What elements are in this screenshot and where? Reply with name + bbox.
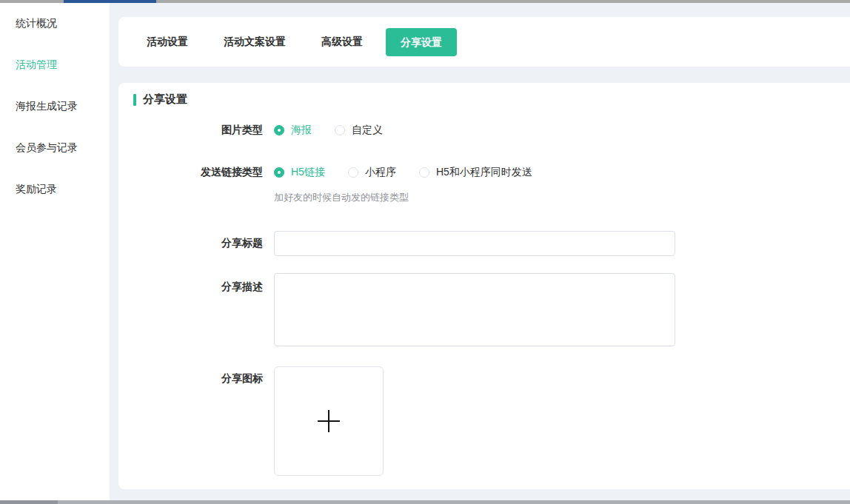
sidebar-item-label: 活动管理 [16,58,57,72]
tab-advanced-settings[interactable]: 高级设置 [321,36,363,49]
settings-tabbar: 活动设置 活动文案设置 高级设置 分享设置 [118,17,850,67]
radio-option-label: H5链接 [291,166,325,179]
radio-unselected-icon [348,167,358,178]
bottom-scrollbar-thumb[interactable] [0,500,58,504]
link-type-label: 发送链接类型 [118,166,263,179]
sidebar-item-member-records[interactable]: 会员参与记录 [0,127,110,169]
bottom-scrollbar-track [0,500,850,504]
sidebar-item-reward-records[interactable]: 奖励记录 [0,169,110,210]
image-type-row: 图片类型 海报 自定义 [118,124,850,137]
tab-activity-copy-settings[interactable]: 活动文案设置 [224,36,286,49]
sidebar: 统计概况 活动管理 海报生成记录 会员参与记录 奖励记录 [0,3,110,500]
plus-icon [318,410,340,432]
link-type-row: 发送链接类型 H5链接 小程序 H5和小程序同时发送 [118,166,850,179]
section-accent-bar [133,94,136,106]
radio-selected-icon [274,167,284,178]
share-icon-upload-button[interactable] [274,366,384,476]
image-type-label: 图片类型 [118,124,263,137]
sidebar-item-stats-overview[interactable]: 统计概况 [0,3,110,44]
share-title-label: 分享标题 [118,237,263,250]
radio-option-poster[interactable]: 海报 [274,124,312,137]
radio-option-label: 小程序 [365,166,396,179]
top-scrollbar-thumb[interactable] [64,0,156,3]
link-type-radio-group: H5链接 小程序 H5和小程序同时发送 [274,166,555,179]
sidebar-item-label: 海报生成记录 [16,100,78,113]
sidebar-item-poster-records[interactable]: 海报生成记录 [0,86,110,127]
share-settings-panel: 分享设置 图片类型 海报 自定义 发送链接类型 H5链接 小程序 [118,83,850,489]
top-scrollbar-track [0,0,850,3]
share-description-textarea[interactable] [274,273,675,346]
section-header: 分享设置 [118,83,850,107]
section-title: 分享设置 [143,93,187,107]
sidebar-item-label: 奖励记录 [16,183,57,196]
sidebar-item-activity-management[interactable]: 活动管理 [0,44,110,86]
tab-activity-settings[interactable]: 活动设置 [147,36,188,49]
radio-option-h5-and-mini-program[interactable]: H5和小程序同时发送 [419,166,532,179]
share-description-label: 分享描述 [118,273,263,294]
radio-unselected-icon [335,125,345,135]
radio-option-label: H5和小程序同时发送 [436,166,532,179]
radio-option-h5-link[interactable]: H5链接 [274,166,325,179]
share-title-input[interactable] [274,231,675,256]
radio-unselected-icon [419,167,429,178]
image-type-radio-group: 海报 自定义 [274,124,406,137]
radio-option-label: 海报 [291,124,312,137]
share-title-row: 分享标题 [118,231,850,256]
share-description-row: 分享描述 [118,273,850,349]
tab-share-settings[interactable]: 分享设置 [386,28,457,56]
sidebar-item-label: 统计概况 [16,17,57,30]
radio-option-custom[interactable]: 自定义 [335,124,383,137]
share-icon-row: 分享图标 [118,366,850,476]
link-type-help-text: 加好友的时候自动发的链接类型 [274,191,850,204]
radio-selected-icon [274,125,284,135]
sidebar-item-label: 会员参与记录 [16,141,78,155]
radio-option-label: 自定义 [352,124,383,137]
radio-option-mini-program[interactable]: 小程序 [348,166,396,179]
share-icon-label: 分享图标 [118,366,263,386]
